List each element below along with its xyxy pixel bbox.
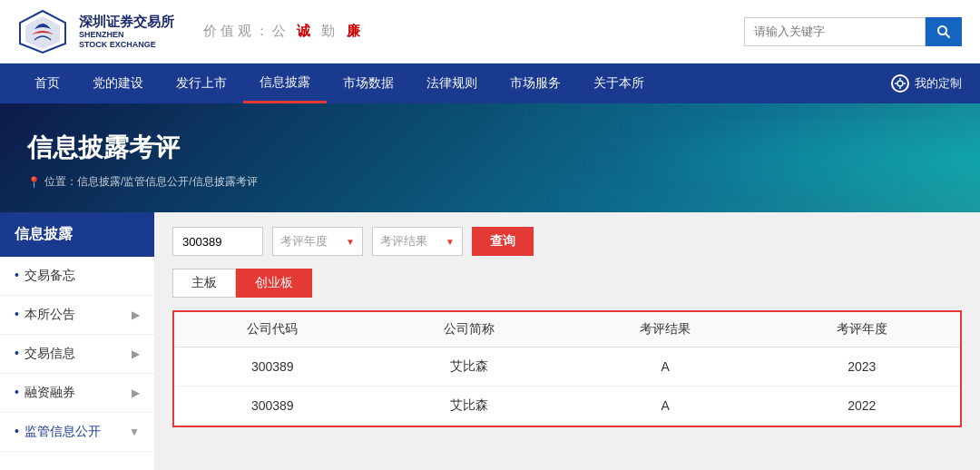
result-dropdown-arrow: ▼ bbox=[446, 237, 455, 247]
nav-item-listing[interactable]: 发行上市 bbox=[160, 64, 243, 103]
nav-item-home[interactable]: 首页 bbox=[18, 64, 76, 103]
arrow-icon: ▶ bbox=[132, 308, 140, 321]
bullet-icon: • bbox=[15, 268, 19, 282]
year-dropdown[interactable]: 考评年度 ▼ bbox=[272, 227, 363, 256]
logo-text-area: 深圳证券交易所 SHENZHEN STOCK EXCHANGE bbox=[79, 14, 174, 50]
bullet-icon: • bbox=[15, 385, 19, 399]
logo-english-line1: SHENZHEN bbox=[79, 30, 174, 40]
motto: 价值观：公 诚 勤 廉 bbox=[203, 23, 364, 40]
svg-rect-9 bbox=[526, 103, 980, 212]
sidebar-header: 信息披露 bbox=[0, 212, 154, 257]
col-header-name: 公司简称 bbox=[371, 312, 568, 348]
search-area bbox=[744, 17, 962, 46]
content-area: 考评年度 ▼ 考评结果 ▼ 查询 主板 创业板 公司代码 公司简称 考评结果 bbox=[154, 212, 980, 470]
arrow-expand-icon: ▼ bbox=[129, 426, 140, 438]
bullet-icon: • bbox=[15, 346, 19, 360]
nav-item-services[interactable]: 市场服务 bbox=[494, 64, 577, 103]
arrow-icon: ▶ bbox=[132, 348, 140, 360]
cell-name-1: 艾比森 bbox=[371, 387, 568, 426]
search-icon bbox=[936, 24, 951, 39]
nav-item-legal[interactable]: 法律规则 bbox=[410, 64, 494, 103]
sidebar: 信息披露 •交易备忘 •本所公告 ▶ •交易信息 ▶ •融资融券 ▶ •监管信息… bbox=[0, 212, 154, 470]
table-row[interactable]: 300389 艾比森 A 2023 bbox=[174, 348, 960, 387]
filter-row: 考评年度 ▼ 考评结果 ▼ 查询 bbox=[172, 227, 962, 256]
header: 深圳证券交易所 SHENZHEN STOCK EXCHANGE 价值观：公 诚 … bbox=[0, 0, 980, 64]
nav-item-about[interactable]: 关于本所 bbox=[577, 64, 661, 103]
nav-right: 我的定制 bbox=[891, 74, 962, 93]
banner-decoration bbox=[526, 103, 980, 212]
bullet-icon: • bbox=[15, 307, 19, 321]
settings-icon bbox=[895, 78, 906, 89]
breadcrumb-text: 位置：信息披露/监管信息公开/信息披露考评 bbox=[44, 174, 258, 190]
search-input[interactable] bbox=[744, 17, 926, 46]
tab-chinext[interactable]: 创业板 bbox=[236, 269, 312, 298]
sidebar-item-regulatory[interactable]: •监管信息公开 ▼ bbox=[0, 413, 154, 452]
logo-chinese: 深圳证券交易所 bbox=[79, 14, 174, 30]
svg-line-3 bbox=[946, 34, 949, 37]
cell-code-0: 300389 bbox=[174, 348, 371, 387]
sidebar-item-margin[interactable]: •融资融券 ▶ bbox=[0, 374, 154, 413]
location-icon: 📍 bbox=[27, 176, 41, 189]
col-header-year: 考评年度 bbox=[764, 312, 961, 348]
main-content: 信息披露 •交易备忘 •本所公告 ▶ •交易信息 ▶ •融资融券 ▶ •监管信息… bbox=[0, 212, 980, 470]
my-custom-label: 我的定制 bbox=[915, 75, 962, 92]
query-button[interactable]: 查询 bbox=[472, 227, 534, 256]
table-header: 公司代码 公司简称 考评结果 考评年度 bbox=[174, 312, 960, 348]
year-label: 考评年度 bbox=[280, 233, 328, 250]
bullet-icon: • bbox=[15, 424, 19, 438]
cell-result-1: A bbox=[567, 387, 764, 426]
nav-item-disclosure[interactable]: 信息披露 bbox=[243, 64, 327, 103]
svg-point-4 bbox=[897, 81, 903, 86]
table-row[interactable]: 300389 艾比森 A 2022 bbox=[174, 387, 960, 426]
sidebar-item-announcements[interactable]: •本所公告 ▶ bbox=[0, 296, 154, 335]
nav-item-party[interactable]: 党的建设 bbox=[76, 64, 160, 103]
my-custom-icon bbox=[891, 74, 909, 93]
cell-result-0: A bbox=[567, 348, 764, 387]
banner: 信息披露考评 📍 位置：信息披露/监管信息公开/信息披露考评 bbox=[0, 103, 980, 212]
company-code-input[interactable] bbox=[172, 227, 263, 256]
table-header-row: 公司代码 公司简称 考评结果 考评年度 bbox=[174, 312, 960, 348]
cell-year-1: 2022 bbox=[764, 387, 961, 426]
results-table-wrapper: 公司代码 公司简称 考评结果 考评年度 300389 艾比森 A 2023 30… bbox=[172, 310, 962, 427]
logo-icon bbox=[18, 9, 68, 54]
banner-title: 信息披露考评 bbox=[27, 131, 953, 165]
logo-english-line2: STOCK EXCHANGE bbox=[79, 40, 174, 50]
cell-code-1: 300389 bbox=[174, 387, 371, 426]
my-custom[interactable]: 我的定制 bbox=[891, 74, 962, 93]
main-nav: 首页 党的建设 发行上市 信息披露 市场数据 法律规则 市场服务 关于本所 我的… bbox=[0, 64, 980, 103]
results-table: 公司代码 公司简称 考评结果 考评年度 300389 艾比森 A 2023 30… bbox=[174, 312, 960, 426]
tab-main-board[interactable]: 主板 bbox=[172, 269, 236, 298]
arrow-icon: ▶ bbox=[132, 387, 140, 399]
col-header-result: 考评结果 bbox=[567, 312, 764, 348]
sidebar-item-trading-memo[interactable]: •交易备忘 bbox=[0, 257, 154, 296]
nav-item-market-data[interactable]: 市场数据 bbox=[327, 64, 410, 103]
cell-year-0: 2023 bbox=[764, 348, 961, 387]
year-dropdown-arrow: ▼ bbox=[346, 237, 355, 247]
logo-area: 深圳证券交易所 SHENZHEN STOCK EXCHANGE 价值观：公 诚 … bbox=[18, 9, 364, 54]
table-body: 300389 艾比森 A 2023 300389 艾比森 A 2022 bbox=[174, 348, 960, 426]
col-header-code: 公司代码 bbox=[174, 312, 371, 348]
result-dropdown[interactable]: 考评结果 ▼ bbox=[372, 227, 463, 256]
tabs-row: 主板 创业板 bbox=[172, 269, 962, 298]
result-label: 考评结果 bbox=[380, 233, 427, 250]
breadcrumb: 📍 位置：信息披露/监管信息公开/信息披露考评 bbox=[27, 174, 953, 190]
search-button[interactable] bbox=[926, 17, 962, 46]
sidebar-item-trade-info[interactable]: •交易信息 ▶ bbox=[0, 335, 154, 374]
cell-name-0: 艾比森 bbox=[371, 348, 568, 387]
